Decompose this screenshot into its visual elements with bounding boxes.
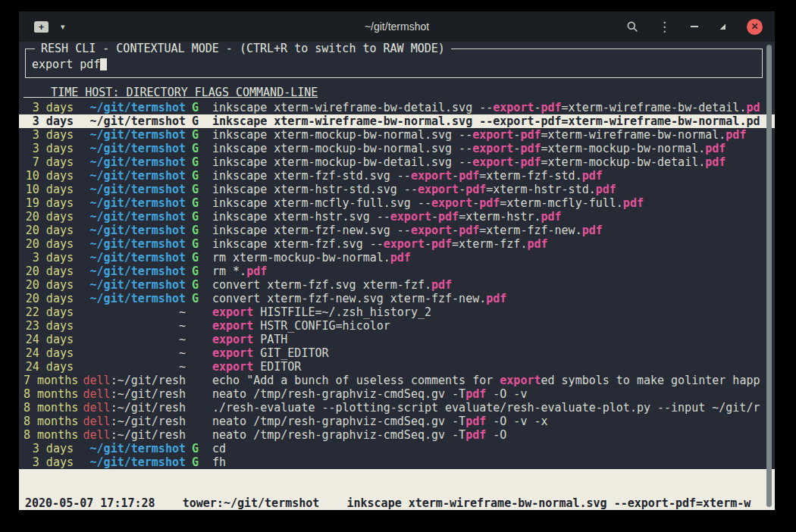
status-bar: 2020-05-07 17:17:28 tower:~/git/termshot…: [19, 469, 775, 510]
row-command: rm *.pdf: [212, 264, 775, 278]
history-row[interactable]: 24 days~export GIT_EDITOR: [19, 346, 775, 360]
row-command: cd: [212, 442, 775, 455]
history-row[interactable]: 8 monthsdell:~/git/reshneato /tmp/resh-g…: [19, 428, 775, 442]
history-row[interactable]: 20 days~/git/termshotGinkscape xterm-fzf…: [19, 224, 775, 237]
row-flags: G: [192, 251, 200, 264]
terminal-content: RESH CLI - CONTEXTUAL MODE - (CTRL+R to …: [19, 42, 775, 510]
row-flags: G: [192, 264, 200, 278]
kebab-menu-icon[interactable]: ⋮: [658, 19, 671, 35]
restore-button[interactable]: [718, 22, 727, 31]
row-command: inkscape xterm-wireframe-bw-normal.svg -…: [212, 114, 775, 128]
history-row[interactable]: 23 days~export HSTR_CONFIG=hicolor: [19, 319, 775, 333]
row-flags: G: [192, 292, 200, 305]
row-command: fh: [212, 455, 775, 469]
row-host-directory: ~: [80, 346, 186, 360]
row-time: 10 days: [24, 183, 74, 196]
row-command: rm xterm-mockup-bw-normal.pdf: [212, 251, 775, 264]
history-row[interactable]: 20 days~/git/termshotGinkscape xterm-hst…: [19, 210, 775, 224]
row-host-directory: ~/git/termshot: [80, 455, 186, 469]
row-host-directory: ~/git/termshot: [80, 224, 186, 237]
row-flags: G: [192, 196, 200, 210]
row-flags: G: [192, 224, 200, 237]
row-time: 20 days: [24, 237, 74, 251]
row-host-directory: dell:~/git/resh: [80, 401, 186, 415]
row-command: export PATH: [212, 333, 775, 346]
history-row[interactable]: 22 days~export HISTFILE=~/.zsh_history_2: [19, 305, 775, 319]
row-host-directory: ~/git/termshot: [80, 169, 186, 183]
text-cursor: [100, 58, 107, 70]
row-command: export HISTFILE=~/.zsh_history_2: [212, 305, 775, 319]
new-tab-icon[interactable]: +: [34, 21, 49, 33]
row-time: 3 days: [24, 142, 74, 155]
row-command: inkscape xterm-mockup-bw-normal.svg --ex…: [212, 142, 775, 155]
history-row[interactable]: 19 days~/git/termshotGinkscape xterm-mcf…: [19, 196, 775, 210]
history-row[interactable]: 7 days~/git/termshotGinkscape xterm-mock…: [19, 155, 775, 169]
row-command: neato /tmp/resh-graphviz-cmdSeq.gv -Tpdf…: [212, 415, 775, 428]
close-button[interactable]: ✕: [747, 19, 763, 35]
minimize-icon: [691, 26, 698, 27]
chevron-down-icon[interactable]: ▾: [61, 22, 65, 32]
history-row[interactable]: 3 days~/git/termshotGcd: [19, 442, 775, 455]
search-icon[interactable]: [626, 20, 638, 33]
row-command: inkscape xterm-mockup-bw-normal.svg --ex…: [212, 128, 775, 142]
row-flags: G: [192, 455, 200, 469]
history-row[interactable]: 10 days~/git/termshotGinkscape xterm-fzf…: [19, 169, 775, 183]
history-column-header: TIME HOST: DIRECTORY FLAGS COMMAND-LINE: [19, 86, 775, 99]
history-row[interactable]: 3 days~/git/termshotGinkscape xterm-wire…: [19, 101, 775, 114]
row-flags: G: [192, 101, 200, 114]
history-row[interactable]: 3 days~/git/termshotGfh: [19, 455, 775, 469]
row-time: 20 days: [24, 292, 74, 305]
history-row[interactable]: 7 monthsdell:~/git/reshecho "Add a bunch…: [19, 374, 775, 387]
row-host-directory: ~/git/termshot: [80, 196, 186, 210]
scrollbar-thumb[interactable]: [766, 45, 772, 507]
row-host-directory: dell:~/git/resh: [80, 428, 186, 442]
row-host-directory: ~/git/termshot: [80, 292, 186, 305]
history-row[interactable]: 24 days~export PATH: [19, 333, 775, 346]
history-row[interactable]: 20 days~/git/termshotGconvert xterm-fzf-…: [19, 292, 775, 305]
row-time: 22 days: [24, 305, 74, 319]
history-row[interactable]: 3 days~/git/termshotGrm xterm-mockup-bw-…: [19, 251, 775, 264]
row-flags: G: [192, 128, 200, 142]
row-flags: [192, 346, 200, 360]
history-row[interactable]: 8 monthsdell:~/git/resh./resh-evaluate -…: [19, 401, 775, 415]
history-row[interactable]: 3 days~/git/termshotGinkscape xterm-mock…: [19, 128, 775, 142]
row-time: 20 days: [24, 224, 74, 237]
history-row[interactable]: 20 days~/git/termshotGrm *.pdf: [19, 264, 775, 278]
row-time: 24 days: [24, 346, 74, 360]
resh-search-box: RESH CLI - CONTEXTUAL MODE - (CTRL+R to …: [25, 49, 763, 78]
row-flags: G: [192, 114, 200, 128]
row-host-directory: ~/git/termshot: [80, 183, 186, 196]
row-flags: [192, 387, 200, 401]
row-time: 3 days: [24, 101, 74, 114]
history-row[interactable]: 20 days~/git/termshotGconvert xterm-fzf.…: [19, 278, 775, 292]
history-row[interactable]: 3 days~/git/termshotGinkscape xterm-mock…: [19, 142, 775, 155]
minimize-button[interactable]: [691, 26, 698, 27]
row-time: 3 days: [24, 128, 74, 142]
history-row-selected[interactable]: 3 days~/git/termshotGinkscape xterm-wire…: [19, 114, 775, 128]
row-time: 8 months: [24, 415, 74, 428]
row-flags: [192, 415, 200, 428]
row-host-directory: ~/git/termshot: [80, 128, 186, 142]
row-time: 3 days: [24, 251, 74, 264]
row-command: inkscape xterm-mcfly-full.svg --export-p…: [212, 196, 775, 210]
search-query-text: export pdf: [32, 58, 100, 71]
row-time: 10 days: [24, 169, 74, 183]
row-command: inkscape xterm-hstr-std.svg --export-pdf…: [212, 183, 775, 196]
row-time: 3 days: [24, 455, 74, 469]
row-time: 20 days: [24, 264, 74, 278]
history-row[interactable]: 24 days~export EDITOR: [19, 360, 775, 374]
history-row[interactable]: 20 days~/git/termshotGinkscape xterm-fzf…: [19, 237, 775, 251]
search-query-input[interactable]: export pdf: [32, 58, 762, 71]
row-time: 8 months: [24, 428, 74, 442]
row-command: inkscape xterm-mockup-bw-detail.svg --ex…: [212, 155, 775, 169]
history-row[interactable]: 10 days~/git/termshotGinkscape xterm-hst…: [19, 183, 775, 196]
row-flags: [192, 374, 200, 387]
history-row[interactable]: 8 monthsdell:~/git/reshneato /tmp/resh-g…: [19, 415, 775, 428]
row-command: export EDITOR: [212, 360, 775, 374]
row-host-directory: ~/git/termshot: [80, 101, 186, 114]
row-command: inkscape xterm-fzf-new.svg --export-pdf=…: [212, 224, 775, 237]
row-host-directory: dell:~/git/resh: [80, 374, 186, 387]
row-command: echo "Add a bunch of useless comments fo…: [212, 374, 775, 387]
row-command: inkscape xterm-fzf-std.svg --export-pdf=…: [212, 169, 775, 183]
history-row[interactable]: 8 monthsdell:~/git/reshneato /tmp/resh-g…: [19, 387, 775, 401]
